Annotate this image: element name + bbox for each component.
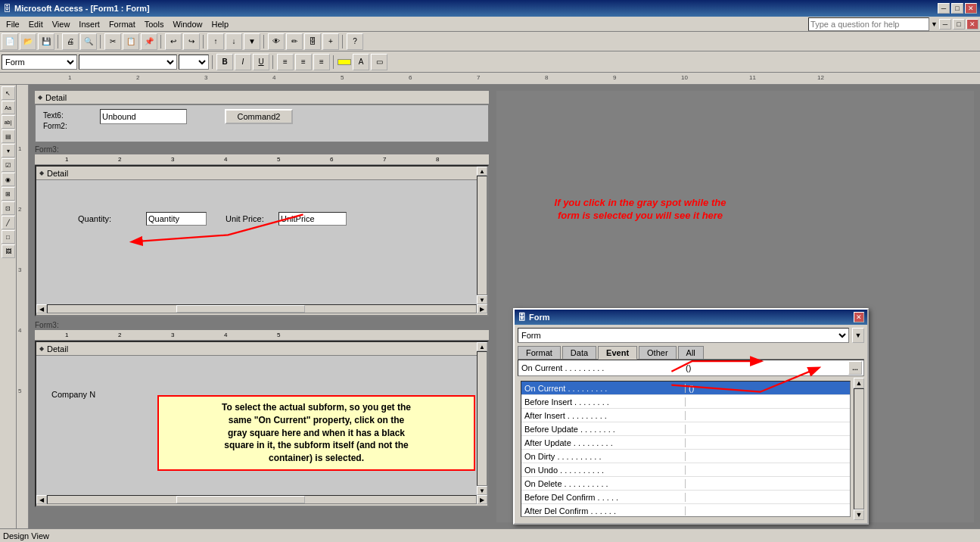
help-search-input[interactable]: [808, 17, 929, 31]
subform-tool[interactable]: ⊡: [2, 201, 15, 215]
sort-asc-btn[interactable]: ↑: [207, 33, 224, 50]
list-scroll-up[interactable]: ▲: [854, 378, 864, 388]
align-left-btn[interactable]: ≡: [277, 54, 294, 70]
vscroll-track[interactable]: [477, 176, 487, 295]
line-tool[interactable]: ╱: [2, 216, 15, 229]
props-close-btn[interactable]: ✕: [854, 312, 864, 322]
scroll-thumb-2[interactable]: [176, 496, 305, 503]
option-tool[interactable]: ◉: [2, 173, 15, 186]
scroll-track[interactable]: [47, 304, 477, 313]
props-value-input[interactable]: [686, 363, 848, 372]
tab-format[interactable]: Format: [518, 346, 561, 359]
preview-btn[interactable]: 🔍: [80, 33, 97, 50]
scroll-thumb[interactable]: [176, 305, 305, 313]
align-right-btn[interactable]: ≡: [313, 54, 330, 70]
props-row-after-insert[interactable]: After Insert . . . . . . . . .: [521, 409, 850, 422]
underline-btn[interactable]: U: [253, 54, 269, 70]
top-design-area[interactable]: Text6: Form2: Unbound Command2: [35, 104, 489, 142]
scroll-track-2[interactable]: [47, 495, 477, 504]
design-btn[interactable]: ✏: [286, 33, 303, 50]
canvas-area[interactable]: Detail Text6: Form2: Unbound Command2: [29, 85, 980, 528]
open-btn[interactable]: 📂: [20, 33, 36, 50]
props-row-after-update[interactable]: After Update . . . . . . . . .: [521, 436, 850, 450]
menu-format[interactable]: Format: [104, 18, 140, 30]
filter-btn[interactable]: ▼: [244, 33, 260, 50]
tab-event[interactable]: Event: [598, 346, 637, 360]
menu-insert[interactable]: Insert: [74, 18, 104, 30]
select-tool[interactable]: ↖: [2, 86, 15, 100]
line-color-btn[interactable]: ▭: [371, 54, 387, 70]
props-row-before-insert[interactable]: Before Insert . . . . . . . .: [521, 395, 850, 409]
help-minimize-btn[interactable]: ─: [939, 19, 951, 30]
menu-file[interactable]: File: [2, 18, 24, 30]
font-color-btn[interactable]: A: [353, 54, 369, 70]
print-btn[interactable]: 🖨: [62, 33, 79, 50]
props-row-on-undo[interactable]: On Undo . . . . . . . . . .: [521, 463, 850, 477]
db-window-btn[interactable]: 🗄: [304, 33, 321, 50]
props-row-on-delete[interactable]: On Delete . . . . . . . . . .: [521, 477, 850, 491]
new-obj-btn[interactable]: +: [322, 33, 339, 50]
inner-detail-header-2[interactable]: Detail: [36, 342, 487, 356]
menu-help[interactable]: Help: [207, 18, 234, 30]
help-btn[interactable]: ?: [347, 33, 363, 50]
scroll-down-btn[interactable]: ▼: [477, 295, 487, 304]
props-object-select[interactable]: Form: [518, 328, 849, 343]
props-row-before-update[interactable]: Before Update . . . . . . . .: [521, 422, 850, 436]
fill-color-btn[interactable]: [338, 59, 351, 65]
cut-btn[interactable]: ✂: [104, 33, 121, 50]
undo-btn[interactable]: ↩: [165, 33, 182, 50]
subform1-inner[interactable]: Detail Quantity: Quantity Unit Price:: [35, 165, 489, 316]
scroll-up-btn-2[interactable]: ▲: [477, 342, 487, 351]
maximize-button[interactable]: □: [951, 3, 963, 14]
copy-btn[interactable]: 📋: [123, 33, 139, 50]
inner-design-area-2[interactable]: Company N: [36, 356, 487, 500]
listbox-tool[interactable]: ▤: [2, 129, 15, 143]
align-center-btn[interactable]: ≡: [295, 54, 312, 70]
qty-field[interactable]: Quantity: [146, 212, 207, 226]
vscroll-track-2[interactable]: [477, 351, 487, 486]
subform1-vscroll[interactable]: ▲ ▼: [477, 167, 487, 304]
props-title-bar[interactable]: 🗄 Form ✕: [515, 310, 867, 325]
subform2-hscroll[interactable]: ◀ ▶: [36, 495, 487, 506]
subform2-vscroll[interactable]: ▲ ▼: [477, 342, 487, 495]
props-row-on-dirty[interactable]: On Dirty . . . . . . . . . .: [521, 450, 850, 463]
command2-btn[interactable]: Command2: [225, 109, 293, 124]
inner-design-area[interactable]: Quantity: Quantity Unit Price: UnitPrice: [36, 180, 487, 309]
props-list[interactable]: On Current . . . . . . . . . () Before I…: [521, 381, 851, 517]
new-btn[interactable]: 📄: [2, 33, 18, 50]
help-close-btn[interactable]: ✕: [966, 19, 978, 30]
tab-other[interactable]: Other: [639, 346, 677, 359]
redo-btn[interactable]: ↪: [183, 33, 200, 50]
menu-view[interactable]: View: [48, 18, 75, 30]
menu-window[interactable]: Window: [168, 18, 207, 30]
unbound-textbox[interactable]: Unbound: [100, 109, 187, 124]
scroll-up-btn[interactable]: ▲: [477, 167, 487, 176]
save-btn[interactable]: 💾: [38, 33, 54, 50]
props-row-before-del[interactable]: Before Del Confirm . . . . .: [521, 491, 850, 504]
sort-desc-btn[interactable]: ↓: [226, 33, 242, 50]
props-row-after-del[interactable]: After Del Confirm . . . . . .: [521, 504, 850, 517]
combo-tool[interactable]: ▾: [2, 144, 15, 157]
scroll-right-btn[interactable]: ▶: [477, 304, 487, 313]
scroll-left-btn-2[interactable]: ◀: [36, 495, 47, 504]
scroll-left-btn[interactable]: ◀: [36, 304, 47, 313]
unit-price-field[interactable]: UnitPrice: [278, 212, 347, 226]
close-button[interactable]: ✕: [965, 3, 977, 14]
menu-edit[interactable]: Edit: [24, 18, 48, 30]
subform2-inner[interactable]: Detail Company N ◀ ▶: [35, 341, 489, 507]
help-dropdown-arrow[interactable]: ▼: [931, 20, 938, 28]
list-scroll-down[interactable]: ▼: [854, 509, 864, 520]
detail-section-header[interactable]: Detail: [35, 91, 489, 104]
props-ellipsis-btn[interactable]: ...: [848, 361, 862, 375]
list-scroll-track[interactable]: [854, 388, 864, 509]
scroll-right-btn-2[interactable]: ▶: [477, 495, 487, 504]
checkbox-tool[interactable]: ☑: [2, 158, 15, 172]
subform1-hscroll[interactable]: ◀ ▶: [36, 304, 487, 315]
ab-tool[interactable]: ab|: [2, 115, 15, 129]
scroll-down-btn-2[interactable]: ▼: [477, 486, 487, 495]
tab-data[interactable]: Data: [562, 346, 596, 359]
image-tool[interactable]: 🖼: [2, 245, 15, 258]
tab-all[interactable]: All: [678, 346, 704, 359]
toggle-tool[interactable]: ⊞: [2, 187, 15, 201]
help-maximize-btn[interactable]: □: [953, 19, 965, 30]
